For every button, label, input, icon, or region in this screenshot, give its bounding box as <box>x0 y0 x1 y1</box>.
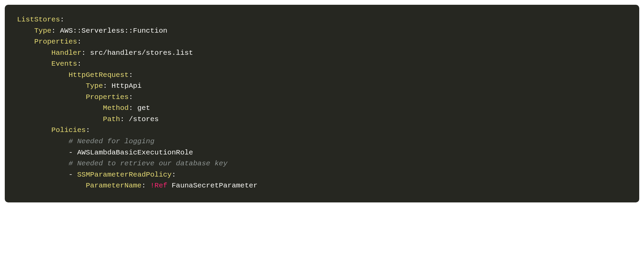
code-token: : <box>86 126 90 134</box>
code-token <box>17 171 68 179</box>
code-token <box>17 160 68 167</box>
code-token: HttpGetRequest <box>68 71 128 79</box>
code-line: HttpGetRequest: <box>17 70 627 81</box>
code-token: Path <box>103 115 120 123</box>
code-token <box>17 71 68 79</box>
code-token <box>146 182 150 189</box>
code-token: ParameterName <box>86 182 142 189</box>
code-token: Type <box>34 27 51 35</box>
code-token: : <box>81 49 86 57</box>
code-token <box>17 115 103 123</box>
code-token: AWSLambdaBasicExecutionRole <box>77 149 193 156</box>
code-token: !Ref <box>150 182 167 189</box>
code-token: Handler <box>51 49 81 57</box>
code-token <box>17 126 51 134</box>
code-token <box>17 82 86 90</box>
code-line: Type: AWS::Serverless::Function <box>17 26 627 37</box>
code-token <box>17 137 68 145</box>
code-token: : <box>141 182 146 189</box>
code-token: Properties <box>34 38 77 46</box>
code-line: Handler: src/handlers/stores.list <box>17 48 627 59</box>
code-token: Properties <box>86 93 129 101</box>
code-token <box>17 104 103 112</box>
code-token: Events <box>51 60 77 68</box>
code-line: ParameterName: !Ref FaunaSecretParameter <box>17 180 627 192</box>
code-token: Type <box>86 82 103 90</box>
code-token: : <box>120 115 124 123</box>
code-token: : <box>129 104 133 112</box>
code-token: get <box>133 104 150 112</box>
code-token <box>17 38 34 46</box>
code-line: Path: /stores <box>17 114 627 125</box>
code-token: : <box>77 38 81 46</box>
code-line: Method: get <box>17 103 627 114</box>
code-token: # Needed for logging <box>68 137 154 145</box>
code-token: SSMParameterReadPolicy <box>77 171 171 179</box>
code-token <box>17 49 51 57</box>
code-token <box>17 182 86 189</box>
code-token <box>17 27 34 35</box>
code-line: ListStores: <box>17 14 627 26</box>
code-line: Events: <box>17 59 627 70</box>
code-token: - <box>68 149 77 156</box>
code-token: : <box>60 16 64 23</box>
code-token: : <box>129 93 133 101</box>
code-token: HttpApi <box>107 82 142 90</box>
code-line: # Needed for logging <box>17 136 627 147</box>
code-token: : <box>129 71 133 79</box>
code-token <box>17 149 68 156</box>
code-token: /stores <box>124 115 159 123</box>
code-token: FaunaSecretParameter <box>167 182 258 189</box>
code-block: ListStores: Type: AWS::Serverless::Funct… <box>5 5 639 202</box>
code-token: Method <box>103 104 129 112</box>
code-token: : <box>77 60 81 68</box>
code-token: : <box>51 27 56 35</box>
code-line: # Needed to retrieve our database key <box>17 158 627 169</box>
code-token <box>17 60 51 68</box>
code-token: # Needed to retrieve our database key <box>68 160 227 167</box>
code-token: Policies <box>51 126 86 134</box>
code-line: Properties: <box>17 92 627 103</box>
code-line: Policies: <box>17 125 627 136</box>
code-line: Type: HttpApi <box>17 81 627 92</box>
code-line: Properties: <box>17 36 627 48</box>
code-token: : <box>103 82 107 90</box>
code-token: AWS::Serverless::Function <box>56 27 167 35</box>
code-line: - AWSLambdaBasicExecutionRole <box>17 147 627 159</box>
code-token: src/handlers/stores.list <box>86 49 193 57</box>
code-token: - <box>68 171 77 179</box>
code-line: - SSMParameterReadPolicy: <box>17 169 627 181</box>
code-token: ListStores <box>17 16 60 23</box>
code-token <box>17 93 86 101</box>
code-token: : <box>172 171 176 179</box>
